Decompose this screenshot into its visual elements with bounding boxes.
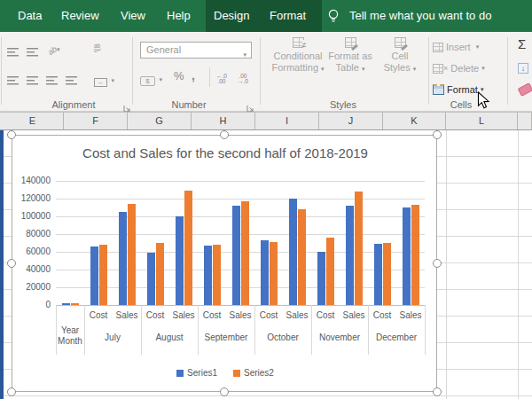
column-header-K[interactable]: K <box>383 113 446 129</box>
chart-bar-series2[interactable] <box>184 191 192 305</box>
tab-format[interactable]: Format <box>270 0 306 32</box>
x-axis-group-label[interactable]: September <box>195 332 257 343</box>
tab-help[interactable]: Help <box>167 0 191 32</box>
chart-bar-series1[interactable] <box>232 206 240 305</box>
tab-data[interactable]: Data <box>18 0 42 32</box>
tab-design[interactable]: Design <box>214 0 249 32</box>
chart-bar-series1[interactable] <box>261 240 269 305</box>
format-as-table-button[interactable]: Format as Table ▾ <box>321 37 379 74</box>
x-axis-sublabel[interactable]: Cost <box>254 310 283 320</box>
x-axis-sublabel[interactable]: Sales <box>169 310 198 320</box>
chart-bar-series2[interactable] <box>383 243 391 305</box>
x-axis-sublabel[interactable]: Cost <box>84 310 113 320</box>
chart-bar-series2[interactable] <box>270 242 278 305</box>
cell-styles-button[interactable]: Cell Styles ▾ <box>379 37 420 74</box>
chart-bar-series2[interactable] <box>326 238 334 305</box>
chart-bar-series1[interactable] <box>147 253 155 305</box>
percent-style-button[interactable]: % <box>174 69 184 82</box>
x-axis-sublabel[interactable]: Sales <box>340 310 368 320</box>
y-axis-tick-label[interactable]: 0 <box>12 300 51 309</box>
chart-bar-series1[interactable] <box>62 303 70 305</box>
y-axis-tick-label[interactable]: 60000 <box>12 246 51 256</box>
decrease-indent-button[interactable] <box>46 73 58 89</box>
chart-handle-bottom-left[interactable] <box>7 387 16 396</box>
chart-handle-top-mid[interactable] <box>220 130 229 139</box>
chart-area[interactable]: Cost and Sales for the second half of 20… <box>12 135 437 392</box>
number-dialog-launcher[interactable] <box>246 100 254 108</box>
column-header-F[interactable]: F <box>64 113 128 129</box>
alignment-dialog-launcher[interactable] <box>123 100 131 108</box>
number-format-combobox[interactable]: General ▾ <box>140 42 252 59</box>
column-header-partial[interactable] <box>518 113 532 129</box>
merge-center-button[interactable]: ↔ ▾ <box>94 72 114 88</box>
align-middle-button[interactable] <box>27 44 38 60</box>
column-header-H[interactable]: H <box>192 113 255 129</box>
chart-bar-series1[interactable] <box>289 199 297 305</box>
column-header-L[interactable]: L <box>446 113 518 129</box>
y-axis-tick-label[interactable]: 40000 <box>12 264 51 274</box>
format-cells-button[interactable]: Format ▾ <box>433 80 483 98</box>
y-axis-tick-label[interactable]: 100000 <box>12 211 51 221</box>
clear-button[interactable] <box>519 82 532 98</box>
column-header-G[interactable]: G <box>128 113 192 129</box>
chart-bar-series2[interactable] <box>355 192 363 305</box>
chart-bar-series1[interactable] <box>346 206 354 305</box>
chart-bar-series2[interactable] <box>241 201 249 305</box>
tab-review[interactable]: Review <box>61 0 99 32</box>
chart-bar-series1[interactable] <box>204 246 212 305</box>
accounting-format-button[interactable]: $ ▾ <box>140 71 162 87</box>
chart-handle-mid-left[interactable] <box>7 259 16 268</box>
column-header-J[interactable]: J <box>319 113 383 129</box>
x-axis-sublabel[interactable]: Sales <box>226 310 254 320</box>
chart-handle-bottom-right[interactable] <box>433 387 442 396</box>
chart-bar-series2[interactable] <box>298 209 306 305</box>
align-top-button[interactable] <box>7 44 19 60</box>
x-axis-sublabel[interactable]: Sales <box>396 310 425 320</box>
chart-title[interactable]: Cost and Sales for the second half of 20… <box>12 145 438 160</box>
y-axis-tick-label[interactable]: 140000 <box>12 176 51 185</box>
insert-cells-button[interactable]: Insert ▾ <box>433 37 479 55</box>
y-axis-tick-label[interactable]: 120000 <box>12 193 51 203</box>
x-axis-group-label[interactable]: July <box>82 332 144 343</box>
chart-legend[interactable]: Series1Series2 <box>12 368 438 378</box>
x-axis-group-label[interactable]: November <box>309 332 371 343</box>
y-axis-tick-label[interactable]: 20000 <box>12 282 51 292</box>
chart-bar-series1[interactable] <box>374 244 382 305</box>
x-axis-sublabel[interactable]: Cost <box>311 310 340 320</box>
chart-handle-top-right[interactable] <box>433 130 442 139</box>
x-axis-group-label[interactable]: December <box>365 332 427 343</box>
chart-handle-bottom-mid[interactable] <box>220 387 229 396</box>
chart-bar-series1[interactable] <box>90 246 98 305</box>
x-axis-sublabel[interactable]: Sales <box>283 310 311 320</box>
fill-button[interactable]: ↓ <box>518 59 528 74</box>
wrap-text-button[interactable]: abc↵ <box>94 40 102 56</box>
chart-bar-series1[interactable] <box>403 207 411 305</box>
y-axis-tick-label[interactable]: 80000 <box>12 229 51 239</box>
align-left-button[interactable] <box>7 73 19 89</box>
x-axis-sublabel[interactable]: Cost <box>141 310 169 320</box>
tell-me-box[interactable]: Tell me what you want to do <box>349 0 491 32</box>
column-header-E[interactable]: E <box>2 113 64 129</box>
x-axis-sublabel[interactable]: Sales <box>113 310 141 320</box>
chart-bar-series2[interactable] <box>411 205 419 305</box>
chart-bar-series2[interactable] <box>156 243 164 305</box>
x-axis-group-label[interactable]: August <box>138 332 200 343</box>
autosum-button[interactable]: Σ <box>518 36 526 51</box>
x-axis-sublabel[interactable]: Cost <box>198 310 226 320</box>
comma-style-button[interactable]: , <box>192 68 195 82</box>
x-axis-group-label[interactable]: October <box>252 332 314 343</box>
column-header-I[interactable]: I <box>255 113 319 129</box>
increase-decimal-button[interactable]: ←.0.00 <box>216 71 227 87</box>
chart-bar-series2[interactable] <box>71 303 79 305</box>
chart-bar-series2[interactable] <box>99 245 107 305</box>
chart-bar-series1[interactable] <box>119 212 127 305</box>
increase-indent-button[interactable] <box>66 73 77 89</box>
align-right-button[interactable] <box>27 73 38 89</box>
orientation-button[interactable]: ab▾ <box>48 41 60 57</box>
chart-bar-series2[interactable] <box>128 204 136 305</box>
legend-item-series1[interactable]: Series1 <box>176 368 217 378</box>
delete-cells-button[interactable]: × Delete ▾ <box>433 59 485 76</box>
chart-bar-series1[interactable] <box>176 216 184 305</box>
x-axis-sublabel[interactable]: Cost <box>368 310 396 320</box>
chart-bar-series1[interactable] <box>317 252 325 305</box>
